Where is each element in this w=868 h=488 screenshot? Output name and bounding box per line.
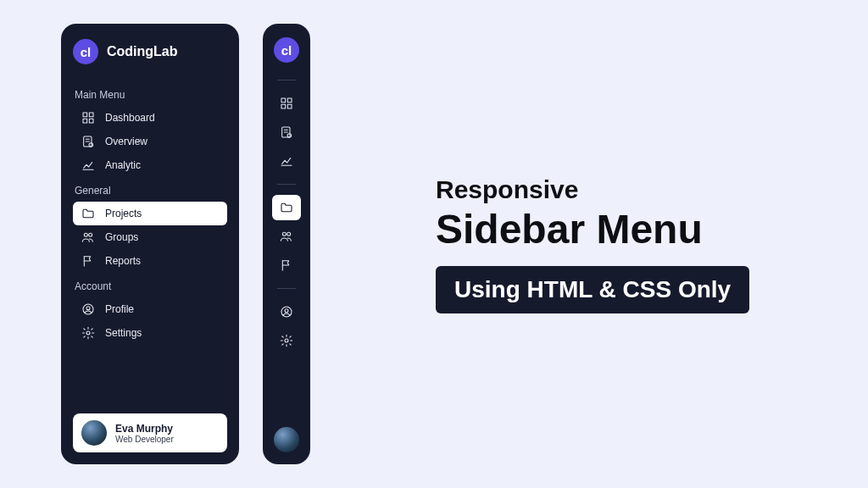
sidebar-item-label: Settings (105, 328, 142, 338)
avatar (81, 420, 107, 446)
user-card[interactable]: Eva Murphy Web Developer (73, 413, 227, 452)
section-title-main: Main Menu (75, 89, 227, 101)
divider (277, 288, 296, 289)
divider (277, 80, 296, 80)
collapsed-item-groups[interactable] (272, 224, 301, 249)
sidebar-item-settings[interactable]: Settings (73, 321, 227, 345)
headline-line1: Responsive (436, 175, 749, 204)
sidebar-expanded: cl CodingLab Main Menu Dashboard Overvie… (61, 24, 239, 464)
logo-icon: cl (73, 39, 98, 64)
sidebar-collapsed: cl (263, 24, 310, 464)
brand[interactable]: cl CodingLab (73, 39, 227, 64)
sidebar-item-groups[interactable]: Groups (73, 225, 227, 249)
headline: Responsive Sidebar Menu Using HTML & CSS… (436, 175, 749, 313)
settings-icon (81, 326, 95, 340)
collapsed-item-profile[interactable] (272, 299, 301, 324)
collapsed-item-dashboard[interactable] (272, 91, 301, 116)
divider (277, 184, 296, 185)
groups-icon (81, 230, 95, 244)
sidebar-item-label: Reports (105, 256, 141, 266)
avatar[interactable] (274, 427, 299, 452)
dashboard-icon (81, 111, 95, 125)
collapsed-item-analytic[interactable] (272, 148, 301, 174)
sidebar-item-label: Projects (105, 208, 142, 219)
collapsed-item-projects[interactable] (272, 195, 301, 220)
section-title-general: General (75, 185, 227, 197)
collapsed-item-reports[interactable] (272, 252, 301, 278)
user-role: Web Developer (115, 435, 174, 444)
section-title-account: Account (75, 280, 227, 292)
sidebar-item-label: Groups (105, 232, 138, 242)
sidebar-item-label: Profile (105, 304, 134, 314)
sidebar-item-profile[interactable]: Profile (73, 297, 227, 321)
brand-name: CodingLab (107, 44, 178, 59)
collapsed-item-settings[interactable] (272, 328, 301, 353)
logo-icon[interactable]: cl (274, 37, 299, 63)
sidebar-item-overview[interactable]: Overview (73, 130, 227, 153)
flag-icon (81, 254, 95, 268)
profile-icon (81, 302, 95, 316)
sidebar-item-analytic[interactable]: Analytic (73, 153, 227, 177)
headline-line2: Sidebar Menu (436, 206, 749, 252)
analytic-icon (81, 158, 95, 172)
sidebar-item-label: Dashboard (105, 113, 155, 123)
sidebar-item-reports[interactable]: Reports (73, 249, 227, 273)
sidebar-item-dashboard[interactable]: Dashboard (73, 106, 227, 130)
collapsed-item-overview[interactable] (272, 119, 301, 145)
sidebar-item-label: Analytic (105, 160, 141, 170)
user-name: Eva Murphy (115, 423, 174, 435)
headline-badge: Using HTML & CSS Only (436, 266, 749, 313)
overview-icon (81, 135, 95, 148)
folder-icon (81, 207, 95, 220)
sidebar-item-projects[interactable]: Projects (73, 202, 227, 225)
sidebar-item-label: Overview (105, 136, 147, 147)
